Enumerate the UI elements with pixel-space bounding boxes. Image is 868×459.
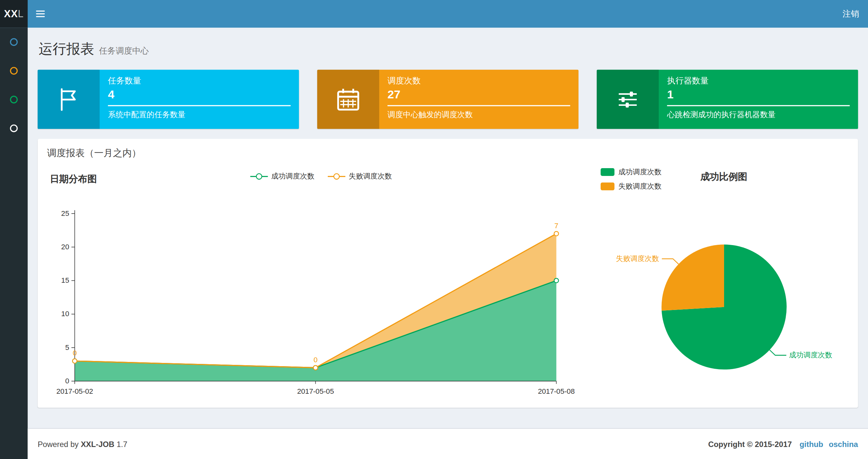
svg-text:失败调度次数: 失败调度次数 bbox=[616, 255, 659, 263]
logout-link[interactable]: 注销 bbox=[834, 0, 868, 28]
flag-icon bbox=[38, 70, 100, 129]
report-panel: 调度报表（一月之内） 日期分布图 成功调度次数失败调度次数 0510152025… bbox=[38, 139, 858, 408]
svg-text:7: 7 bbox=[554, 222, 558, 230]
fail-point[interactable] bbox=[554, 231, 559, 236]
page-title-text: 运行报表 bbox=[39, 41, 94, 57]
stat-label: 执行器数量 bbox=[667, 76, 849, 86]
hamburger-icon bbox=[36, 10, 44, 11]
svg-text:0: 0 bbox=[313, 356, 317, 364]
legend-item[interactable]: 成功调度次数 bbox=[250, 171, 314, 182]
legend-item[interactable]: 成功调度次数 bbox=[601, 167, 661, 177]
success-point[interactable] bbox=[554, 278, 559, 283]
sidebar-item-4[interactable] bbox=[0, 114, 28, 143]
legend-swatch-icon bbox=[601, 183, 615, 190]
svg-text:2017-05-02: 2017-05-02 bbox=[56, 387, 93, 395]
sidebar-toggle-button[interactable] bbox=[28, 0, 53, 28]
stat-value: 1 bbox=[667, 88, 849, 101]
page-title: 运行报表任务调度中心 bbox=[39, 40, 857, 60]
stat-box-jobs: 任务数量 4 系统中配置的任务数量 bbox=[38, 70, 299, 129]
oschina-link[interactable]: oschina bbox=[829, 439, 858, 448]
copyright: Copyright © 2015-2017 githuboschina bbox=[708, 439, 858, 448]
fail-point[interactable] bbox=[72, 359, 77, 363]
circle-icon bbox=[10, 67, 18, 75]
progress-line bbox=[108, 105, 290, 106]
success-ratio-pie-chart: 成功调度次数失败调度次数 bbox=[601, 197, 847, 402]
sidebar-item-1[interactable] bbox=[0, 28, 28, 57]
svg-text:15: 15 bbox=[61, 276, 69, 284]
pie-chart-title: 成功比例图 bbox=[701, 170, 747, 183]
svg-text:25: 25 bbox=[61, 209, 69, 218]
svg-text:成功调度次数: 成功调度次数 bbox=[789, 351, 832, 359]
logo-text-bold: XX bbox=[4, 8, 18, 20]
svg-text:5: 5 bbox=[65, 343, 69, 352]
legend-swatch-icon bbox=[601, 168, 615, 176]
svg-text:20: 20 bbox=[61, 243, 69, 251]
date-distribution-chart-area: 日期分布图 成功调度次数失败调度次数 05101520252017-05-022… bbox=[47, 164, 595, 404]
top-navbar: XXL 注销 bbox=[0, 0, 868, 28]
main-content: 运行报表任务调度中心 任务数量 4 系统中配置的任务数量 bbox=[28, 28, 868, 428]
stat-value: 4 bbox=[108, 88, 290, 101]
svg-text:0: 0 bbox=[73, 349, 77, 357]
stat-description: 心跳检测成功的执行器机器数量 bbox=[667, 110, 849, 120]
stat-label: 调度次数 bbox=[388, 76, 570, 86]
footer: Powered byXXL-JOB1.7 Copyright © 2015-20… bbox=[28, 428, 868, 459]
svg-text:10: 10 bbox=[61, 310, 69, 318]
legend-marker-icon bbox=[328, 173, 346, 181]
calendar-icon bbox=[317, 70, 379, 129]
github-link[interactable]: github bbox=[800, 439, 823, 448]
svg-text:2017-05-05: 2017-05-05 bbox=[297, 387, 334, 395]
logo-text-light: L bbox=[18, 8, 24, 20]
stat-box-executors: 执行器数量 1 心跳检测成功的执行器机器数量 bbox=[597, 70, 858, 129]
legend-item[interactable]: 失败调度次数 bbox=[601, 182, 661, 192]
stat-description: 调度中心触发的调度次数 bbox=[388, 110, 570, 120]
progress-line bbox=[667, 105, 849, 106]
app-root: XXL 注销 运行报表任务调度中心 bbox=[0, 0, 868, 459]
sliders-icon bbox=[597, 70, 659, 129]
powered-by: Powered byXXL-JOB1.7 bbox=[38, 439, 127, 448]
svg-text:2017-05-08: 2017-05-08 bbox=[538, 387, 575, 395]
circle-icon bbox=[10, 96, 18, 103]
fail-point[interactable] bbox=[313, 365, 318, 370]
page-subtitle: 任务调度中心 bbox=[99, 46, 149, 55]
legend-marker-icon bbox=[250, 173, 268, 181]
legend-item[interactable]: 失败调度次数 bbox=[328, 171, 392, 182]
stat-description: 系统中配置的任务数量 bbox=[108, 110, 290, 120]
app-logo[interactable]: XXL bbox=[0, 0, 28, 28]
date-distribution-chart: 05101520252017-05-022017-05-052017-05-08… bbox=[47, 189, 595, 398]
svg-text:0: 0 bbox=[65, 377, 69, 385]
content-header: 运行报表任务调度中心 bbox=[38, 28, 858, 60]
stat-label: 任务数量 bbox=[108, 76, 290, 86]
circle-icon bbox=[10, 124, 18, 132]
stat-boxes-row: 任务数量 4 系统中配置的任务数量 bbox=[38, 70, 858, 129]
pie-slice[interactable] bbox=[661, 244, 724, 310]
sidebar-item-2[interactable] bbox=[0, 57, 28, 86]
line-chart-legend: 成功调度次数失败调度次数 bbox=[47, 171, 595, 183]
sidebar bbox=[0, 28, 28, 459]
pie-chart-legend: 成功调度次数失败调度次数 bbox=[601, 167, 661, 196]
report-panel-title: 调度报表（一月之内） bbox=[38, 139, 858, 164]
progress-line bbox=[388, 105, 570, 106]
stat-box-triggers: 调度次数 27 调度中心触发的调度次数 bbox=[317, 70, 578, 129]
sidebar-item-3[interactable] bbox=[0, 85, 28, 114]
success-ratio-chart-area: 成功调度次数失败调度次数 成功比例图 成功调度次数失败调度次数 bbox=[601, 164, 847, 404]
stat-value: 27 bbox=[388, 88, 570, 101]
circle-icon bbox=[10, 38, 18, 46]
